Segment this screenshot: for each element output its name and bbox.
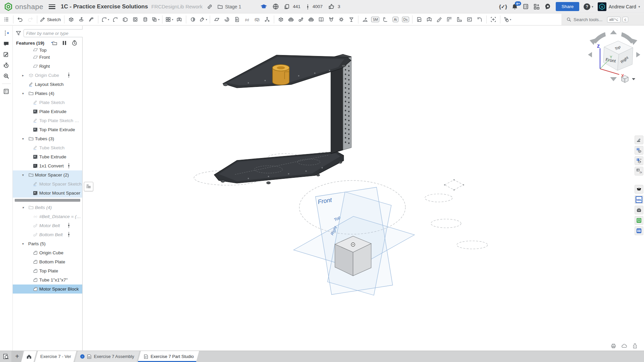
filter-icon[interactable] [15, 30, 21, 36]
bom-table-icon[interactable] [635, 146, 643, 155]
chamfer-tool-icon[interactable] [110, 15, 120, 24]
feature-row[interactable]: Plate Sketch [13, 98, 82, 107]
gear-tool-icon[interactable] [336, 15, 346, 24]
feature-row[interactable]: Tube 1"x1"x7" [13, 275, 82, 285]
robot-tool-icon[interactable] [306, 15, 316, 24]
sm-badge-icon[interactable]: SM [370, 15, 380, 24]
tabbend-tool-icon[interactable] [475, 15, 485, 24]
filter-input[interactable] [23, 29, 88, 37]
tree-caret-icon[interactable]: ▾ [22, 206, 28, 209]
measure-tool-icon[interactable]: (Q) [252, 15, 262, 24]
feature-row[interactable]: Origin Cube [13, 248, 82, 257]
feature-row[interactable]: Motor Spacer Block [13, 285, 82, 294]
bell-icon[interactable]: 9+ [511, 3, 518, 10]
extrude-tool-icon[interactable] [66, 15, 76, 24]
app-book-green-icon[interactable] [635, 216, 643, 225]
feature-row[interactable]: Motor Belt [13, 221, 82, 230]
structure-tool-icon[interactable] [262, 15, 272, 24]
new-folder-icon[interactable] [51, 40, 57, 46]
feature-row[interactable]: Bottom Plate [13, 257, 82, 266]
hamburger-menu-icon[interactable] [49, 4, 55, 9]
variable-tool-icon[interactable]: (x) [242, 15, 252, 24]
origin-cube-part[interactable] [335, 236, 371, 276]
flange-tool-icon[interactable] [380, 15, 390, 24]
feature-status-dots-icon[interactable] [66, 222, 72, 228]
app-columns-blue-icon[interactable] [635, 226, 643, 235]
undo-tool-icon[interactable] [15, 15, 25, 24]
feature-row[interactable]: Plate Extrude [13, 107, 82, 116]
tree-caret-icon[interactable]: ▾ [22, 242, 28, 246]
transform-tool-icon[interactable] [326, 15, 336, 24]
globe-icon[interactable] [273, 3, 279, 10]
feature-row[interactable]: ▾Tubes (3) [13, 134, 82, 143]
robot-tool-icon[interactable] [286, 15, 296, 24]
tree-caret-icon[interactable]: ▾ [22, 173, 28, 177]
gusset-tool-icon[interactable] [454, 15, 464, 24]
feature-row[interactable]: Top Plate Extrude [13, 125, 82, 134]
release-tasks-icon[interactable] [523, 3, 529, 10]
feedback-icon[interactable] [544, 3, 551, 10]
feature-status-dots-icon[interactable] [66, 72, 72, 78]
rollback-bar[interactable] [13, 198, 82, 203]
book-tool-icon[interactable] [316, 15, 326, 24]
funnel-tool-icon[interactable] [346, 15, 356, 24]
tab-version[interactable]: Exercise 7 - Ver [35, 351, 77, 362]
tree-caret-icon[interactable]: ▾ [22, 137, 28, 141]
motor-spacer-highlight[interactable] [273, 65, 289, 85]
mill-icon[interactable] [632, 343, 638, 349]
smcorner-tool-icon[interactable] [424, 15, 434, 24]
view-cube-body[interactable]: Top Front Right [603, 41, 633, 70]
ds-badge-icon[interactable]: Ds [400, 15, 410, 24]
home-tab[interactable] [21, 351, 37, 362]
isometric-view-button[interactable] [622, 75, 635, 83]
feature-row[interactable]: Top Plate Sketch w/ M... [13, 116, 82, 125]
hole-tool-icon[interactable] [130, 15, 140, 24]
tab-partstudio[interactable]: Exercise 7 Part Studio [138, 351, 199, 362]
note-icon[interactable] [3, 51, 9, 58]
comment-icon[interactable] [3, 41, 9, 47]
redo-tool-icon[interactable] [25, 15, 35, 24]
feature-row[interactable]: Tube Extrude [13, 152, 82, 161]
shell-tool-icon[interactable] [120, 15, 130, 24]
code-check-icon[interactable]: {✓} [499, 4, 507, 10]
search-gear-icon[interactable] [3, 73, 9, 79]
feature-row[interactable]: Top [13, 47, 82, 53]
cube-tool-icon[interactable] [276, 15, 286, 24]
feature-row[interactable]: Motor Mount Spacer [13, 189, 82, 198]
folder-icon[interactable] [217, 4, 223, 10]
rib-tool-icon[interactable] [140, 15, 150, 24]
pattern-tool-icon[interactable]: ▾ [164, 15, 174, 24]
search-tools[interactable]: Search tools... alt/⌥ c [561, 14, 644, 25]
workspace-name[interactable]: Stage 1 [225, 4, 241, 9]
modify-tool-icon[interactable]: ▾ [198, 15, 208, 24]
feature-row[interactable]: Right [13, 62, 82, 71]
configurations-panel-icon[interactable] [635, 156, 643, 165]
comment-add-icon[interactable] [3, 30, 9, 36]
graphics-area[interactable]: Front Top Right [83, 26, 644, 351]
split-tool-icon[interactable] [188, 15, 198, 24]
follow-icon[interactable] [306, 4, 309, 10]
feature-row[interactable]: ▾Belts (4) [13, 203, 82, 212]
view-cube[interactable]: Top Front Right Z X Y [586, 28, 644, 85]
variables-table-icon[interactable]: (x) [635, 167, 643, 175]
import-tool-icon[interactable] [232, 15, 242, 24]
smdoc-tool-icon[interactable] [414, 15, 424, 24]
app-butterfly-icon[interactable] [635, 185, 643, 194]
appearance-panel-icon[interactable] [635, 136, 643, 144]
feature-list-tool-icon[interactable] [1, 15, 11, 24]
suspend-icon[interactable] [62, 40, 67, 46]
printer-icon[interactable] [610, 343, 616, 349]
help-menu[interactable]: ? ▾ [584, 3, 593, 10]
fillet-tool-icon[interactable]: ▾ [100, 15, 110, 24]
sketch-tool-icon[interactable]: Sketch [39, 15, 62, 24]
rollback-history-icon[interactable] [71, 40, 78, 46]
revolve-tool-icon[interactable] [76, 15, 86, 24]
stopwatch-icon[interactable] [3, 62, 9, 68]
mirror-tool-icon[interactable] [174, 15, 184, 24]
feature-context-button[interactable] [84, 182, 93, 191]
tree-caret-icon[interactable]: ▾ [22, 92, 28, 95]
feature-row[interactable]: Front [13, 53, 82, 62]
app-mk-icon[interactable]: MK [635, 195, 643, 204]
link-icon[interactable] [207, 4, 213, 10]
feature-row[interactable]: ▸Origin Cube [13, 71, 82, 80]
